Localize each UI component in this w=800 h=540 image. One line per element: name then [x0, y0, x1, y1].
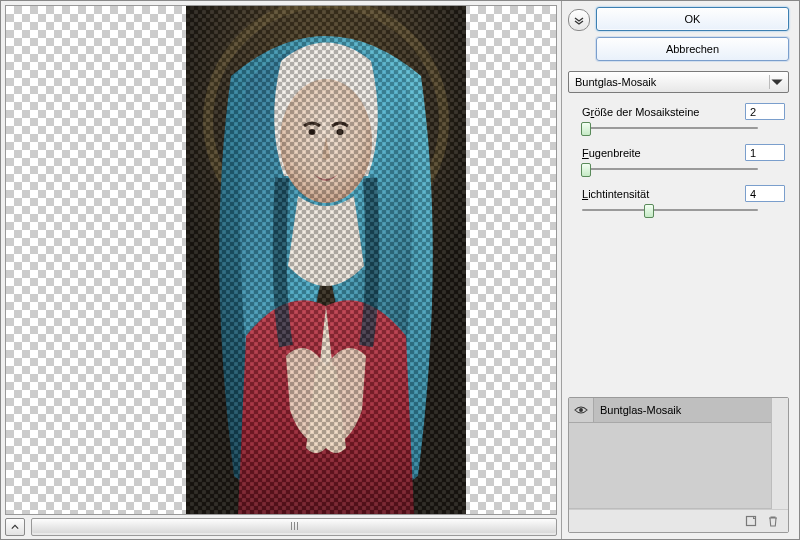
- ok-button[interactable]: OK: [596, 7, 789, 31]
- visibility-toggle[interactable]: [569, 398, 594, 422]
- param-light-label: Lichtintensität: [582, 188, 649, 200]
- preview-hscrollbar[interactable]: [31, 518, 557, 536]
- param-light: Lichtintensität: [582, 185, 785, 216]
- param-border-label: Fugenbreite: [582, 147, 641, 159]
- filter-select-label: Buntglas-Mosaik: [575, 76, 656, 88]
- effect-layers-empty: [569, 423, 771, 508]
- filter-params: Größe der Mosaiksteine Fugenbreite: [568, 99, 789, 216]
- effect-layers-footer: [569, 509, 788, 532]
- effect-layer-label: Buntglas-Mosaik: [594, 404, 681, 416]
- eye-icon: [574, 405, 588, 415]
- slider-thumb[interactable]: [581, 122, 591, 136]
- delete-effect-layer-button[interactable]: [766, 514, 780, 528]
- new-layer-icon: [745, 515, 757, 527]
- effect-layers-list: Buntglas-Mosaik: [569, 398, 771, 509]
- param-border: Fugenbreite: [582, 144, 785, 175]
- preview-bottom-bar: [5, 519, 557, 535]
- zoom-menu-button[interactable]: [5, 518, 25, 536]
- param-border-input[interactable]: [745, 144, 785, 161]
- chevron-down-icon: [769, 75, 784, 89]
- param-light-slider[interactable]: [582, 204, 758, 216]
- param-cell-size-slider[interactable]: [582, 122, 758, 134]
- preview-image: [186, 6, 466, 514]
- side-panel: OK Abbrechen Buntglas-Mosaik Größe der M…: [562, 1, 799, 539]
- param-cell-size: Größe der Mosaiksteine: [582, 103, 785, 134]
- param-light-input[interactable]: [745, 185, 785, 202]
- preview-hscrollbar-thumb[interactable]: [32, 519, 556, 533]
- param-border-slider[interactable]: [582, 163, 758, 175]
- cancel-button[interactable]: Abbrechen: [596, 37, 789, 61]
- param-cell-size-label: Größe der Mosaiksteine: [582, 106, 699, 118]
- filter-select[interactable]: Buntglas-Mosaik: [568, 71, 789, 93]
- preview-canvas[interactable]: [5, 5, 557, 515]
- effect-layer-row[interactable]: Buntglas-Mosaik: [569, 398, 771, 423]
- trash-icon: [767, 515, 779, 527]
- param-cell-size-input[interactable]: [745, 103, 785, 120]
- preview-pane: [1, 1, 562, 539]
- top-row: OK Abbrechen: [568, 7, 789, 61]
- effect-layers-scrollbar[interactable]: [771, 398, 788, 509]
- slider-thumb[interactable]: [581, 163, 591, 177]
- slider-thumb[interactable]: [644, 204, 654, 218]
- svg-point-12: [579, 408, 583, 412]
- new-effect-layer-button[interactable]: [744, 514, 758, 528]
- effect-layers-panel: Buntglas-Mosaik: [568, 397, 789, 533]
- collapse-toggle[interactable]: [568, 9, 590, 31]
- svg-rect-11: [190, 10, 466, 514]
- filter-gallery-dialog: OK Abbrechen Buntglas-Mosaik Größe der M…: [0, 0, 800, 540]
